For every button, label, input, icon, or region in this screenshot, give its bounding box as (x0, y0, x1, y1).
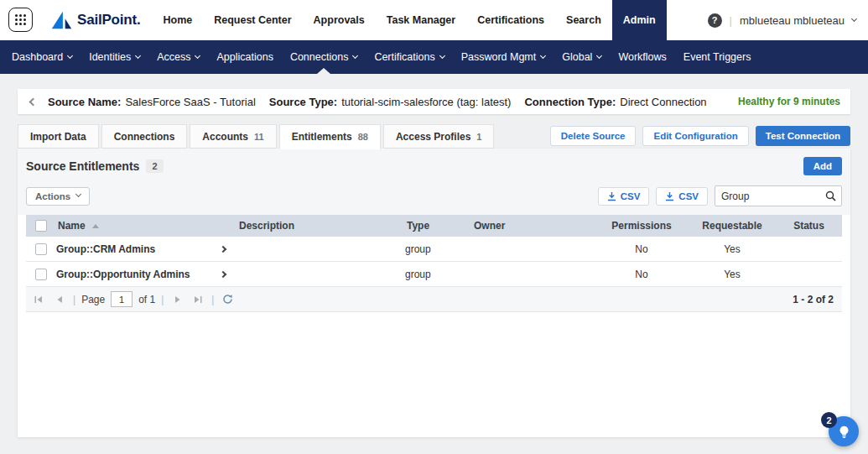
search-button[interactable] (819, 186, 841, 206)
cell-type: group (405, 243, 472, 255)
add-button[interactable]: Add (803, 157, 842, 175)
chevron-down-icon (596, 52, 602, 58)
nav-task-manager[interactable]: Task Manager (376, 0, 466, 40)
admin-nav-identities[interactable]: Identities (81, 40, 148, 74)
sailpoint-logo-text: SailPoint. (77, 12, 140, 29)
select-all-checkbox[interactable] (35, 220, 47, 232)
source-actions: Delete Source Edit Configuration Test Co… (550, 126, 850, 146)
separator: | (161, 294, 164, 305)
row-checkbox[interactable] (35, 243, 47, 255)
sailpoint-logo[interactable]: SailPoint. (49, 0, 140, 40)
tab-accounts[interactable]: Accounts11 (190, 124, 276, 149)
refresh-icon (222, 294, 233, 305)
pagination-bar: | Page of 1 | | 1 - 2 of 2 (26, 287, 842, 312)
download-icon (665, 191, 674, 201)
nav-admin[interactable]: Admin (612, 0, 667, 40)
sailpoint-logo-mark (49, 10, 73, 30)
toolbar-right: CSV CSV (598, 185, 842, 206)
source-type-value: tutorial-scim-salesforce (tag: latest) (341, 96, 511, 108)
csv-download-button[interactable]: CSV (598, 187, 650, 206)
tab-entitlements[interactable]: Entitlements88 (279, 124, 381, 149)
page-input[interactable] (111, 291, 133, 307)
entitlements-table: Name Description Type Owner Permissions … (26, 215, 842, 287)
column-permissions[interactable]: Permissions (595, 220, 689, 232)
nav-home[interactable]: Home (152, 0, 203, 40)
download-icon (607, 191, 616, 201)
chevron-down-icon (135, 52, 141, 58)
connection-type-value: Direct Connection (620, 96, 706, 108)
table-row[interactable]: Group::Opportunity Admins group No Yes (26, 262, 842, 287)
column-status[interactable]: Status (776, 220, 842, 232)
admin-nav-applications[interactable]: Applications (208, 40, 281, 74)
tab-count: 88 (358, 132, 368, 142)
admin-nav-access[interactable]: Access (148, 40, 208, 74)
first-page-icon (34, 295, 44, 304)
tab-count: 1 (476, 132, 481, 142)
csv-download-button-2[interactable]: CSV (656, 187, 708, 206)
last-page-button[interactable] (190, 292, 205, 307)
next-page-button[interactable] (169, 292, 185, 307)
refresh-button[interactable] (220, 292, 235, 307)
panel-top: Source Entitlements 2 Add Actions CSV CS… (18, 149, 850, 215)
search-box (715, 185, 842, 206)
toolbar: Actions CSV CSV (26, 185, 842, 206)
help-icon[interactable]: ? (708, 13, 722, 28)
nav-search[interactable]: Search (555, 0, 612, 40)
actions-button[interactable]: Actions (26, 187, 90, 206)
cell-requestable: Yes (689, 243, 776, 255)
admin-nav: Dashboard Identities Access Applications… (0, 40, 868, 74)
admin-nav-workflows[interactable]: Workflows (610, 40, 674, 74)
admin-nav-global[interactable]: Global (554, 40, 610, 74)
row-expand-icon[interactable] (220, 245, 226, 252)
column-description[interactable]: Description (237, 220, 405, 232)
search-input[interactable] (715, 190, 819, 202)
prev-page-button[interactable] (52, 292, 67, 307)
admin-nav-password-mgmt[interactable]: Password Mgmt (453, 40, 554, 74)
tabs-row: Import Data Connections Accounts11 Entit… (18, 124, 850, 149)
delete-source-button[interactable]: Delete Source (550, 126, 637, 146)
connection-type-label: Connection Type: (524, 96, 616, 108)
test-connection-button[interactable]: Test Connection (756, 126, 850, 146)
cell-permissions: No (595, 243, 689, 255)
tab-connections[interactable]: Connections (101, 124, 188, 149)
source-header: Source Name: SalesForce SaaS - Tutorial … (18, 89, 850, 114)
column-name[interactable]: Name (56, 220, 237, 232)
chevron-down-icon (439, 52, 445, 58)
admin-nav-event-triggers[interactable]: Event Triggers (675, 40, 760, 74)
table-row[interactable]: Group::CRM Admins group No Yes (26, 237, 842, 262)
panel-count-badge: 2 (146, 159, 163, 173)
chevron-down-icon (75, 191, 81, 197)
main-content: Source Name: SalesForce SaaS - Tutorial … (0, 74, 868, 437)
chevron-down-icon (352, 52, 358, 58)
page-label: Page (81, 294, 105, 305)
user-menu[interactable]: mblueteau mblueteau (740, 14, 845, 27)
separator: | (73, 294, 75, 305)
top-bar: SailPoint. Home Request Center Approvals… (0, 0, 868, 40)
tab-import-data[interactable]: Import Data (18, 124, 99, 149)
chevron-down-icon[interactable] (851, 15, 857, 21)
column-requestable[interactable]: Requestable (689, 220, 776, 232)
search-icon (825, 190, 836, 201)
tab-access-profiles[interactable]: Access Profiles1 (383, 124, 495, 149)
source-name-value: SalesForce SaaS - Tutorial (125, 96, 255, 108)
admin-nav-certifications[interactable]: Certifications (366, 40, 452, 74)
app-launcher-button[interactable] (8, 8, 33, 32)
row-expand-icon[interactable] (220, 270, 226, 277)
entitlements-panel: Source Entitlements 2 Add Actions CSV CS… (18, 149, 850, 437)
nav-approvals[interactable]: Approvals (303, 0, 376, 40)
edit-configuration-button[interactable]: Edit Configuration (642, 126, 748, 146)
column-type[interactable]: Type (405, 220, 472, 232)
results-range: 1 - 2 of 2 (793, 294, 834, 305)
admin-nav-dashboard[interactable]: Dashboard (3, 40, 81, 74)
nav-request-center[interactable]: Request Center (203, 0, 302, 40)
back-button[interactable] (21, 91, 43, 112)
page-of-label: of 1 (138, 294, 155, 305)
nav-certifications[interactable]: Certifications (466, 0, 555, 40)
separator: | (211, 294, 214, 305)
admin-nav-connections[interactable]: Connections (282, 40, 366, 74)
column-owner[interactable]: Owner (472, 220, 595, 232)
row-checkbox[interactable] (35, 269, 47, 280)
first-page-button[interactable] (31, 292, 46, 307)
source-name-label: Source Name: (48, 96, 121, 108)
cell-requestable: Yes (689, 269, 776, 280)
